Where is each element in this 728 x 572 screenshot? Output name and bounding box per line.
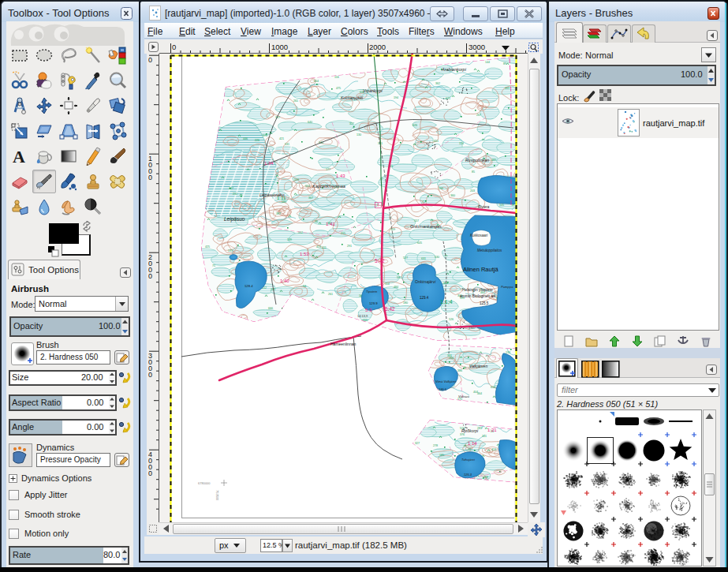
svg-text:1:43: 1:43	[336, 174, 345, 178]
svg-text:360: 360	[450, 194, 455, 197]
svg-text:605: 605	[417, 241, 422, 245]
svg-text:327: 327	[415, 442, 420, 445]
svg-text:14:13,9: 14:13,9	[357, 314, 368, 318]
svg-text:0: 0	[148, 174, 152, 181]
svg-text:6780000: 6780000	[198, 481, 211, 485]
svg-text:Metsäoppilaitos: Metsäoppilaitos	[477, 249, 502, 252]
svg-text:0: 0	[148, 272, 152, 280]
svg-text:Välisuo: Välisuo	[458, 394, 469, 398]
svg-text:1:34: 1:34	[264, 161, 274, 166]
svg-text:79: 79	[468, 448, 471, 451]
svg-text:137: 137	[228, 249, 233, 252]
svg-text:129.9: 129.9	[369, 301, 378, 305]
svg-text:1:14: 1:14	[468, 441, 477, 446]
svg-text:177: 177	[326, 168, 330, 171]
svg-text:Onkimajärvi: Onkimajärvi	[415, 279, 436, 284]
svg-text:89: 89	[503, 62, 506, 65]
svg-text:194: 194	[394, 96, 398, 99]
svg-text:144: 144	[485, 61, 490, 64]
svg-text:386: 386	[457, 369, 462, 372]
svg-text:129.4: 129.4	[420, 296, 429, 300]
svg-text:424: 424	[316, 245, 321, 249]
svg-text:215: 215	[341, 232, 345, 235]
svg-text:531: 531	[285, 143, 289, 146]
svg-text:5:42: 5:42	[375, 258, 385, 264]
svg-text:527: 527	[403, 256, 408, 260]
svg-text:3000: 3000	[469, 43, 485, 51]
svg-text:71: 71	[422, 200, 425, 204]
svg-text:114: 114	[385, 282, 390, 286]
svg-text:135.5: 135.5	[439, 387, 447, 391]
svg-text:185: 185	[439, 454, 444, 457]
svg-text:Tohojärvi: Tohojärvi	[461, 458, 476, 462]
svg-text:ammin Biologinen as: ammin Biologinen as	[460, 294, 495, 298]
svg-text:1:40: 1:40	[280, 279, 289, 283]
svg-text:0: 0	[148, 469, 152, 477]
svg-text:631: 631	[421, 257, 426, 260]
svg-text:Alinen Rautjä: Alinen Rautjä	[463, 266, 498, 273]
svg-text:278: 278	[433, 444, 438, 447]
svg-text:130: 130	[357, 133, 361, 136]
svg-text:261: 261	[328, 293, 333, 296]
svg-text:1:41: 1:41	[326, 222, 335, 226]
svg-text:666: 666	[268, 307, 273, 310]
svg-text:626: 626	[413, 124, 417, 127]
svg-text:Onkimankangas: Onkimankangas	[410, 224, 442, 229]
svg-text:116: 116	[334, 76, 339, 79]
svg-text:421: 421	[279, 137, 284, 140]
svg-text:311: 311	[322, 246, 327, 249]
svg-text:267: 267	[476, 114, 481, 117]
svg-text:509: 509	[294, 178, 299, 181]
svg-text:595: 595	[397, 276, 401, 279]
svg-text:Kukkosaari: Kukkosaari	[470, 234, 488, 237]
svg-text:1347: 1347	[469, 326, 476, 330]
svg-text:Pumppa: Pumppa	[501, 285, 513, 289]
svg-text:Riviera: Riviera	[478, 205, 490, 209]
svg-text:557: 557	[414, 219, 419, 222]
svg-text:362: 362	[435, 82, 440, 85]
svg-text:0: 0	[172, 43, 176, 51]
svg-text:Arabiankorpi: Arabiankorpi	[441, 67, 467, 72]
svg-text:268: 268	[483, 476, 488, 479]
svg-text:101: 101	[482, 435, 487, 438]
svg-text:475: 475	[336, 87, 341, 90]
svg-text:1000: 1000	[271, 43, 288, 51]
svg-text:Helsingin yliopisto: Helsingin yliopisto	[462, 288, 493, 292]
svg-text:Valkjärven: Valkjärven	[469, 364, 487, 368]
svg-text:Kulmapyykki: Kulmapyykki	[341, 95, 364, 100]
svg-text:387: 387	[276, 212, 281, 215]
svg-text:180: 180	[403, 301, 408, 305]
svg-text:634: 634	[491, 386, 495, 389]
svg-text:671: 671	[446, 97, 450, 100]
svg-text:489: 489	[491, 159, 496, 162]
svg-text:391: 391	[447, 354, 452, 357]
svg-text:1:1,4: 1:1,4	[440, 299, 453, 305]
svg-text:2000: 2000	[369, 43, 386, 51]
svg-text:5:3: 5:3	[365, 308, 372, 312]
svg-text:154: 154	[459, 142, 464, 145]
svg-text:565: 565	[439, 187, 443, 190]
svg-text:261: 261	[293, 99, 298, 103]
svg-text:304: 304	[314, 80, 319, 83]
svg-text:1:53: 1:53	[300, 252, 309, 256]
svg-text:1:11: 1:11	[277, 196, 286, 200]
svg-text:376: 376	[460, 433, 465, 436]
svg-text:203: 203	[470, 189, 475, 193]
svg-text:484: 484	[394, 286, 398, 289]
svg-text:230: 230	[233, 193, 237, 196]
svg-text:105: 105	[499, 204, 504, 207]
svg-text:580: 580	[282, 200, 286, 204]
svg-text:601: 601	[305, 185, 310, 188]
svg-text:75: 75	[212, 264, 215, 267]
svg-text:Rustpollinkan: Rustpollinkan	[465, 158, 489, 163]
svg-text:125.5: 125.5	[480, 301, 489, 305]
svg-text:128.4: 128.4	[245, 284, 253, 288]
svg-text:291: 291	[347, 245, 352, 248]
svg-text:125.3: 125.3	[464, 473, 472, 477]
svg-text:327: 327	[349, 122, 354, 125]
svg-text:Tipotein: Tipotein	[366, 290, 378, 293]
svg-text:427: 427	[229, 187, 233, 190]
svg-text:5:42: 5:42	[385, 306, 395, 312]
svg-text:0: 0	[148, 56, 152, 64]
svg-text:Viipankorpi: Viipankorpi	[363, 88, 383, 93]
